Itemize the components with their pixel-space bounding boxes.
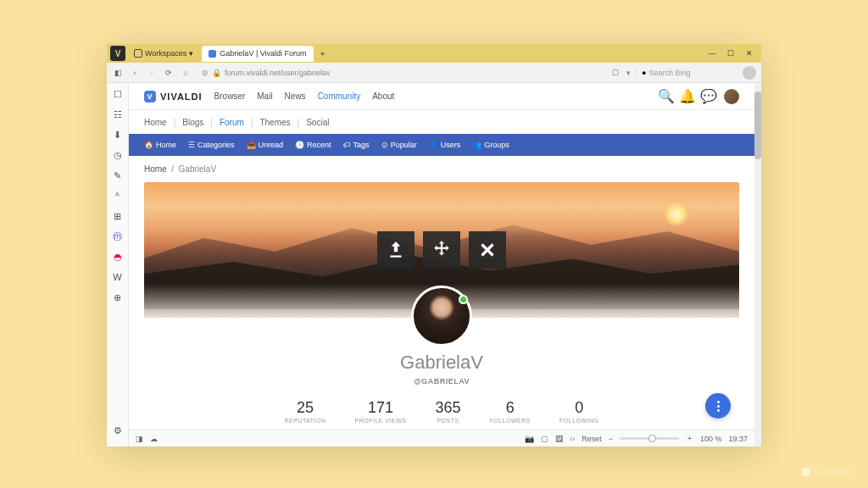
settings-icon[interactable]: ⚙ [112,424,124,436]
forumnav-popular[interactable]: ⊙Popular [381,141,417,149]
nav-about[interactable]: About [372,92,394,101]
shield-icon: ⊘ [202,69,209,77]
add-panel-icon[interactable]: ⊕ [112,291,124,303]
scrollbar[interactable] [754,83,761,446]
inbox-icon: 📥 [247,141,256,149]
forumnav-tags[interactable]: 🏷Tags [343,141,370,149]
sync-icon[interactable]: ☁ [150,435,158,443]
forumnav-home[interactable]: 🏠Home [144,141,176,149]
remove-cover-button[interactable] [469,231,506,269]
vivaldi-logo-icon: V [144,91,156,103]
profile-avatar[interactable] [411,286,472,347]
user-icon: 👤 [429,141,438,149]
vivaldi-brand[interactable]: V VIVALDI [144,91,203,103]
breadcrumb-current: GabrielaV [179,164,216,174]
watermark-icon [802,468,810,476]
workspaces-label: Workspaces [145,49,186,58]
more-actions-fab[interactable] [705,393,731,419]
search-engine-icon: ● [642,69,646,77]
browser-tab[interactable]: GabrielaV | Vivaldi Forum [202,46,313,62]
reading-list-icon[interactable]: ☷ [112,108,124,120]
tag-icon: 🏷 [343,141,351,149]
search-field[interactable]: ● Search Bing [636,69,737,77]
fire-icon: ⊙ [381,141,388,149]
history-icon[interactable]: ◷ [112,149,124,161]
forward-button[interactable]: › [146,67,158,79]
reload-button[interactable]: ⟳ [163,67,175,79]
tiling-icon[interactable]: ▢ [541,435,548,443]
side-panel: ☐ ☷ ⬇ ◷ ✎ ᴬ ⊞ ⓜ ◓ W ⊕ ⚙ [107,83,129,446]
window-icon[interactable]: ⊞ [112,210,124,222]
nav-mail[interactable]: Mail [257,92,272,101]
subnav-themes[interactable]: Themes [259,118,290,127]
stat-following[interactable]: 0FOLLOWING [559,399,599,424]
panel-collapse-icon[interactable]: ◨ [136,435,143,443]
forumnav-groups[interactable]: 👥Groups [472,141,509,149]
panel-toggle-icon[interactable]: ◧ [112,67,124,79]
wikipedia-icon[interactable]: W [112,271,124,283]
downloads-icon[interactable]: ⬇ [112,129,124,141]
workspaces-button[interactable]: Workspaces ▾ [129,47,198,59]
brand-text: VIVALDI [160,92,203,102]
profile-handle: @GABRIELAV [144,377,739,385]
profile-display-name: GabrielaV [144,352,739,374]
new-tab-button[interactable]: ＋ [314,48,331,59]
user-avatar[interactable] [724,89,739,104]
mastodon-icon[interactable]: ⓜ [112,230,124,242]
forumnav-categories[interactable]: ☰Categories [188,141,235,149]
subnav-home[interactable]: Home [144,118,167,127]
upload-icon [385,239,407,261]
subnav-forum[interactable]: Forum [220,118,244,127]
tab-favicon-icon [209,50,216,58]
subnav-social[interactable]: Social [306,118,329,127]
home-icon: 🏠 [144,141,153,149]
subnav-blogs[interactable]: Blogs [182,118,203,127]
close-button[interactable]: ✕ [744,48,754,58]
stat-posts[interactable]: 365POSTS [436,399,461,424]
notes-icon[interactable]: ✎ [112,169,124,181]
reposition-cover-button[interactable] [423,231,460,269]
watermark: VIVALDI [802,468,854,476]
forumnav-users[interactable]: 👤Users [429,141,461,149]
images-toggle-icon[interactable]: 🖼 [555,435,563,443]
profile-avatar-icon[interactable] [743,66,756,80]
url-field[interactable]: ⊘ 🔒 forum.vivaldi.net/user/gabrielav [197,67,604,79]
zoom-in-icon[interactable]: ＋ [686,433,693,444]
page-actions-icon[interactable]: ‹› [570,435,575,443]
forumnav-unread[interactable]: 📥Unread [247,141,284,149]
translate-icon[interactable]: ᴬ [112,190,124,202]
group-icon: 👥 [472,141,481,149]
zoom-out-icon[interactable]: − [609,435,613,443]
forumnav-recent[interactable]: 🕓Recent [295,141,331,149]
back-button[interactable]: ‹ [129,67,141,79]
upload-cover-button[interactable] [377,231,415,269]
nav-news[interactable]: News [285,92,306,101]
chevron-down-icon[interactable]: ▾ [626,69,631,77]
workspaces-icon [134,49,142,58]
status-bar: ◨ ☁ 📷 ▢ 🖼 ‹› Reset − ＋ 100 % 19:37 [129,430,754,446]
vivaldi-menu-icon[interactable]: V [110,46,125,61]
zoom-reset[interactable]: Reset [581,435,602,443]
minimize-button[interactable]: — [707,48,717,58]
home-button[interactable]: ⌂ [180,67,192,79]
site-header: V VIVALDI Browser Mail News Community Ab… [129,83,754,110]
vivaldi-web-icon[interactable]: ◓ [112,251,124,263]
url-text: forum.vivaldi.net/user/gabrielav [225,69,331,77]
breadcrumb-home[interactable]: Home [144,164,167,174]
bookmark-icon[interactable]: ☐ [609,67,621,79]
capture-icon[interactable]: 📷 [525,435,534,443]
bookmarks-icon[interactable]: ☐ [112,88,124,100]
profile-header: GabrielaV @GABRIELAV 25REPUTATION 171PRO… [144,286,739,430]
stat-profile-views[interactable]: 171PROFILE VIEWS [355,399,407,424]
nav-community[interactable]: Community [318,92,361,101]
zoom-value: 100 % [700,435,722,443]
bell-icon[interactable]: 🔔 [682,91,693,102]
nav-browser[interactable]: Browser [214,92,246,101]
search-icon[interactable]: 🔍 [660,91,671,102]
stat-followers[interactable]: 6FOLLOWERS [490,399,531,424]
stat-reputation[interactable]: 25REPUTATION [284,399,326,424]
address-bar: ◧ ‹ › ⟳ ⌂ ⊘ 🔒 forum.vivaldi.net/user/gab… [107,63,761,83]
zoom-slider[interactable] [620,437,679,440]
chat-icon[interactable]: 💬 [703,91,714,102]
maximize-button[interactable]: ☐ [726,48,736,58]
